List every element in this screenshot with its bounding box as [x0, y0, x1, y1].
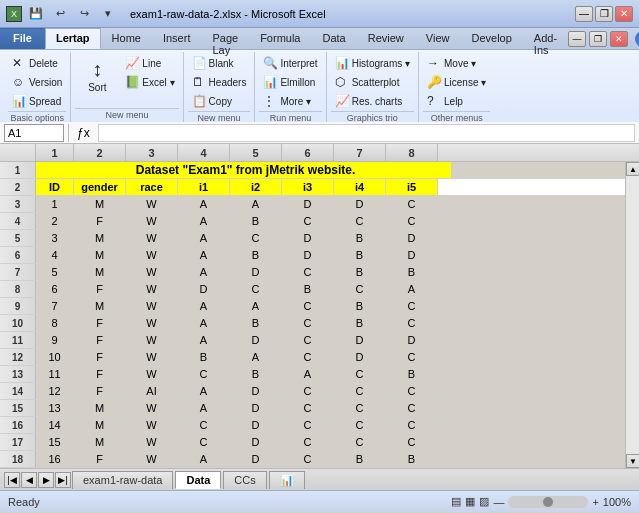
cell-row8-col8[interactable]: A	[386, 281, 438, 297]
tab-file[interactable]: File	[0, 28, 45, 49]
cell-h2[interactable]: i4	[334, 179, 386, 195]
cell-row15-col7[interactable]: C	[334, 400, 386, 416]
cell-row13-col8[interactable]: B	[386, 366, 438, 382]
cell-row15-col3[interactable]: W	[126, 400, 178, 416]
col-header-8[interactable]: 8	[386, 144, 438, 161]
cell-row17-col1[interactable]: 15	[36, 434, 74, 450]
cell-row17-col8[interactable]: C	[386, 434, 438, 450]
sheet-nav-prev[interactable]: ◀	[21, 472, 37, 488]
tab-lertap[interactable]: Lertap	[45, 28, 101, 49]
move-button[interactable]: → Move ▾	[423, 54, 490, 72]
cell-row5-col1[interactable]: 3	[36, 230, 74, 246]
cell-row8-col2[interactable]: F	[74, 281, 126, 297]
cell-row16-col7[interactable]: C	[334, 417, 386, 433]
cell-row9-col1[interactable]: 7	[36, 298, 74, 314]
license-button[interactable]: 🔑 License ▾	[423, 73, 490, 91]
cell-row13-col2[interactable]: F	[74, 366, 126, 382]
version-button[interactable]: ☺ Version	[8, 73, 66, 91]
cell-row5-col6[interactable]: D	[282, 230, 334, 246]
cell-row14-col8[interactable]: C	[386, 383, 438, 399]
cell-row10-col3[interactable]: W	[126, 315, 178, 331]
cell-row9-col7[interactable]: B	[334, 298, 386, 314]
cell-row17-col2[interactable]: M	[74, 434, 126, 450]
cell-row11-col8[interactable]: D	[386, 332, 438, 348]
cell-row3-col3[interactable]: W	[126, 196, 178, 212]
col-header-1[interactable]: 1	[36, 144, 74, 161]
cell-row6-col6[interactable]: D	[282, 247, 334, 263]
cell-row8-col3[interactable]: W	[126, 281, 178, 297]
cell-row9-col8[interactable]: C	[386, 298, 438, 314]
cell-row15-col6[interactable]: C	[282, 400, 334, 416]
cell-row5-col2[interactable]: M	[74, 230, 126, 246]
cell-row16-col2[interactable]: M	[74, 417, 126, 433]
cell-row13-col7[interactable]: C	[334, 366, 386, 382]
cell-row18-col7[interactable]: B	[334, 451, 386, 467]
cell-row8-col6[interactable]: B	[282, 281, 334, 297]
tab-view[interactable]: View	[415, 28, 461, 49]
col-header-3[interactable]: 3	[126, 144, 178, 161]
tab-insert[interactable]: Insert	[152, 28, 202, 49]
cell-row10-col8[interactable]: C	[386, 315, 438, 331]
sheet-tab-chart[interactable]: 📊	[269, 471, 305, 489]
res-charts-button[interactable]: 📈 Res. charts	[331, 92, 414, 110]
cell-row4-col1[interactable]: 2	[36, 213, 74, 229]
cell-e2[interactable]: i1	[178, 179, 230, 195]
cell-row12-col4[interactable]: B	[178, 349, 230, 365]
tab-developer[interactable]: Develop	[460, 28, 522, 49]
cell-row7-col2[interactable]: M	[74, 264, 126, 280]
cell-d2[interactable]: race	[126, 179, 178, 195]
histograms-button[interactable]: 📊 Histograms ▾	[331, 54, 414, 72]
cell-row4-col8[interactable]: C	[386, 213, 438, 229]
minimize-button[interactable]: —	[575, 6, 593, 22]
cell-row4-col6[interactable]: C	[282, 213, 334, 229]
cell-row18-col2[interactable]: F	[74, 451, 126, 467]
cell-f2[interactable]: i2	[230, 179, 282, 195]
cell-row9-col5[interactable]: A	[230, 298, 282, 314]
excel-button[interactable]: 📗 Excel ▾	[121, 73, 178, 91]
cell-row7-col5[interactable]: D	[230, 264, 282, 280]
tab-data[interactable]: Data	[311, 28, 356, 49]
cell-row11-col7[interactable]: D	[334, 332, 386, 348]
cell-row5-col3[interactable]: W	[126, 230, 178, 246]
cell-row17-col4[interactable]: C	[178, 434, 230, 450]
cell-c2[interactable]: gender	[74, 179, 126, 195]
formula-input[interactable]	[98, 124, 635, 142]
tab-review[interactable]: Review	[357, 28, 415, 49]
cell-row10-col1[interactable]: 8	[36, 315, 74, 331]
cell-row10-col6[interactable]: C	[282, 315, 334, 331]
cell-row7-col8[interactable]: B	[386, 264, 438, 280]
cell-row9-col4[interactable]: A	[178, 298, 230, 314]
cell-row12-col2[interactable]: F	[74, 349, 126, 365]
cell-row8-col5[interactable]: C	[230, 281, 282, 297]
cell-row6-col7[interactable]: B	[334, 247, 386, 263]
cell-row15-col2[interactable]: M	[74, 400, 126, 416]
cell-row17-col5[interactable]: D	[230, 434, 282, 450]
cell-row16-col6[interactable]: C	[282, 417, 334, 433]
ribbon-minimize-button[interactable]: —	[568, 31, 586, 47]
cell-row5-col8[interactable]: D	[386, 230, 438, 246]
cell-row15-col8[interactable]: C	[386, 400, 438, 416]
cell-row7-col7[interactable]: B	[334, 264, 386, 280]
sort-button[interactable]: ↕ Sort	[75, 54, 119, 96]
view-normal-icon[interactable]: ▤	[451, 495, 461, 508]
restore-button[interactable]: ❐	[595, 6, 613, 22]
cell-row5-col4[interactable]: A	[178, 230, 230, 246]
cell-row16-col8[interactable]: C	[386, 417, 438, 433]
cell-row11-col2[interactable]: F	[74, 332, 126, 348]
view-page-icon[interactable]: ▨	[479, 495, 489, 508]
scroll-up-button[interactable]: ▲	[626, 162, 639, 176]
col-header-7[interactable]: 7	[334, 144, 386, 161]
cell-row10-col2[interactable]: F	[74, 315, 126, 331]
cell-row4-col2[interactable]: F	[74, 213, 126, 229]
cell-row6-col2[interactable]: M	[74, 247, 126, 263]
cell-row3-col4[interactable]: A	[178, 196, 230, 212]
cell-b2[interactable]: ID	[36, 179, 74, 195]
qa-undo[interactable]: ↩	[50, 5, 70, 23]
cell-row15-col1[interactable]: 13	[36, 400, 74, 416]
cell-row14-col2[interactable]: F	[74, 383, 126, 399]
cell-row4-col4[interactable]: A	[178, 213, 230, 229]
elmillon-button[interactable]: 📊 Elmillon	[259, 73, 321, 91]
col-header-4[interactable]: 4	[178, 144, 230, 161]
cell-row14-col1[interactable]: 12	[36, 383, 74, 399]
sheet-nav-first[interactable]: |◀	[4, 472, 20, 488]
